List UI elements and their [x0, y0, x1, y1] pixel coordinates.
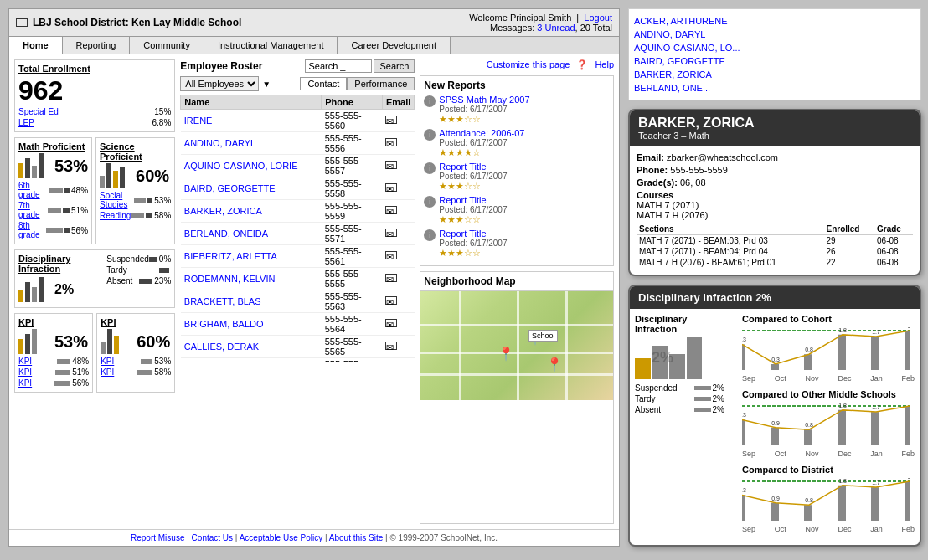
student-link[interactable]: ANDINO, DARYL: [634, 28, 915, 41]
employee-filter[interactable]: All Employees Teachers Staff Administrat…: [180, 76, 259, 91]
employee-name[interactable]: ANDINO, DARYL: [181, 132, 322, 155]
employee-name[interactable]: BRACKETT, BLAS: [181, 290, 322, 313]
contact-us-link[interactable]: Contact Us: [192, 533, 233, 542]
table-row[interactable]: BERLAND, ONEIDA 555-555-5571 ✉: [181, 223, 415, 245]
report-link[interactable]: Report Title: [439, 162, 486, 172]
employee-name[interactable]: CHALUBIEC, KOBE: [181, 358, 322, 363]
report-link[interactable]: Attendance: 2006-07: [439, 128, 524, 138]
contact-tab[interactable]: Contact: [300, 77, 347, 90]
right-top-actions: Customize this page ❓ Help: [420, 59, 614, 70]
table-row[interactable]: IRENE 555-555-5560 ✉: [181, 110, 415, 132]
barker-name: BARKER, ZORICA: [638, 116, 755, 131]
employee-name[interactable]: BERLAND, ONEIDA: [181, 223, 322, 245]
grade7-label[interactable]: 7th grade: [18, 201, 48, 219]
employee-name[interactable]: AQUINO-CASIANO, LORIE: [181, 155, 322, 177]
table-row[interactable]: RODEMANN, KELVIN 555-555-5555 ✉: [181, 268, 415, 290]
table-row[interactable]: BARKER, ZORICA 555-555-5559 ✉: [181, 200, 415, 223]
email-row: Email: zbarker@wheatschool.com: [637, 152, 913, 162]
report-link[interactable]: Report Title: [439, 229, 486, 239]
search-button[interactable]: Search: [374, 59, 415, 73]
svg-rect-2: [804, 354, 812, 370]
table-row[interactable]: BRACKETT, BLAS 555-555-5563 ✉: [181, 290, 415, 313]
header-right: Welcome Principal Smith | Logout Message…: [469, 13, 612, 33]
employee-name[interactable]: BARKER, ZORICA: [181, 200, 322, 223]
kpi1-label2[interactable]: KPI: [18, 367, 32, 377]
about-site-link[interactable]: About this Site: [329, 533, 383, 542]
customize-link[interactable]: Customize this page: [487, 59, 570, 70]
grade8-label[interactable]: 8th grade: [18, 221, 46, 239]
employee-phone: 555-555-5556: [322, 132, 383, 155]
report-link[interactable]: SPSS Math May 2007: [439, 95, 529, 105]
tab-career[interactable]: Career Development: [338, 37, 451, 54]
table-row[interactable]: ANDINO, DARYL 555-555-5556 ✉: [181, 132, 415, 155]
student-link[interactable]: BERLAND, ONE...: [634, 81, 915, 95]
roster-scroll[interactable]: Name Phone Email IRENE 555-555-5560 ✉ AN…: [180, 95, 415, 362]
special-ed-label[interactable]: Special Ed: [18, 107, 59, 116]
employee-email[interactable]: ✉: [382, 200, 414, 223]
lep-label[interactable]: LEP: [18, 118, 34, 127]
search-input[interactable]: [305, 59, 372, 73]
employee-email[interactable]: ✉: [382, 132, 414, 155]
disc-tardy-label: Tardy: [635, 394, 655, 403]
tab-home[interactable]: Home: [9, 37, 63, 54]
tab-instructional[interactable]: Instructional Management: [204, 37, 338, 54]
report-misuse-link[interactable]: Report Misuse: [131, 533, 184, 542]
employee-phone: 555-555-5563: [322, 290, 383, 313]
employee-name[interactable]: BIEBERITZ, ARLETTA: [181, 245, 322, 268]
unread-link[interactable]: 3 Unread: [537, 23, 575, 33]
student-link[interactable]: BARKER, ZORICA: [634, 68, 915, 81]
kpi1-label1[interactable]: KPI: [18, 357, 32, 366]
svg-rect-29: [771, 503, 779, 521]
table-row[interactable]: CALLIES, DERAK 555-555-5565 ✉: [181, 336, 415, 358]
employee-email[interactable]: ✉: [382, 177, 414, 200]
tab-community[interactable]: Community: [130, 37, 204, 54]
reading-label[interactable]: Reading: [100, 211, 131, 220]
employee-name[interactable]: CALLIES, DERAK: [181, 336, 322, 358]
performance-tab[interactable]: Performance: [347, 77, 415, 90]
employee-email[interactable]: ✉: [382, 223, 414, 245]
report-item: i Attendance: 2006-07 Posted: 6/17/2007 …: [424, 128, 610, 158]
grade8-row: 8th grade 56%: [18, 220, 88, 240]
sections-table: Sections Enrolled Grade MATH 7 (2071) - …: [637, 223, 913, 268]
kpi2-label1[interactable]: KPI: [101, 357, 114, 366]
svg-text:1.8: 1.8: [838, 403, 847, 408]
social-studies-label[interactable]: Social Studies: [100, 191, 134, 209]
student-link[interactable]: AQUINO-CASIANO, LO...: [634, 41, 915, 54]
grade6-label[interactable]: 6th grade: [18, 181, 49, 199]
table-row[interactable]: BAIRD, GEORGETTE 555-555-5558 ✉: [181, 177, 415, 200]
student-link[interactable]: BAIRD, GEORGETTE: [634, 54, 915, 68]
kpi1-label3[interactable]: KPI: [18, 378, 32, 388]
table-row[interactable]: CHALUBIEC, KOBE 555-555-5566 ✉: [181, 358, 415, 363]
map-image[interactable]: 📍 📍 📍 School: [420, 291, 613, 400]
help-link[interactable]: Help: [595, 59, 614, 70]
employee-email[interactable]: ✉: [382, 313, 414, 336]
email-value[interactable]: zbarker@wheatschool.com: [667, 152, 778, 162]
special-ed-value: 15%: [154, 107, 171, 116]
employee-name[interactable]: BAIRD, GEORGETTE: [181, 177, 322, 200]
disc-body: Disciplinary Infraction 2% Suspended 2%: [630, 309, 920, 545]
disc-section-1: Compared to Other Middle Schools 1.30.90…: [742, 389, 915, 458]
reading-row: Reading 58%: [100, 210, 171, 221]
employee-email[interactable]: ✉: [382, 268, 414, 290]
employee-name[interactable]: IRENE: [181, 110, 322, 132]
acceptable-use-link[interactable]: Acceptable Use Policy: [240, 533, 323, 542]
employee-name[interactable]: BRIGHAM, BALDO: [181, 313, 322, 336]
kpi2-label2[interactable]: KPI: [101, 367, 114, 377]
employee-name[interactable]: RODEMANN, KELVIN: [181, 268, 322, 290]
report-link[interactable]: Report Title: [439, 195, 486, 205]
employee-email[interactable]: ✉: [382, 336, 414, 358]
employee-email[interactable]: ✉: [382, 290, 414, 313]
employee-email[interactable]: ✉: [382, 358, 414, 363]
logout-link[interactable]: Logout: [584, 13, 612, 23]
table-row[interactable]: AQUINO-CASIANO, LORIE 555-555-5557 ✉: [181, 155, 415, 177]
employee-email[interactable]: ✉: [382, 110, 414, 132]
employee-email[interactable]: ✉: [382, 245, 414, 268]
grades-row: Grade(s): 06, 08: [637, 177, 913, 188]
table-row[interactable]: BIEBERITZ, ARLETTA 555-555-5561 ✉: [181, 245, 415, 268]
employee-email[interactable]: ✉: [382, 155, 414, 177]
student-link[interactable]: ACKER, ARTHURENE: [634, 14, 915, 28]
tab-reporting[interactable]: Reporting: [63, 37, 131, 54]
table-row[interactable]: BRIGHAM, BALDO 555-555-5564 ✉: [181, 313, 415, 336]
barker-role: Teacher 3 – Math: [638, 131, 755, 141]
map-road-v2: [517, 291, 519, 400]
